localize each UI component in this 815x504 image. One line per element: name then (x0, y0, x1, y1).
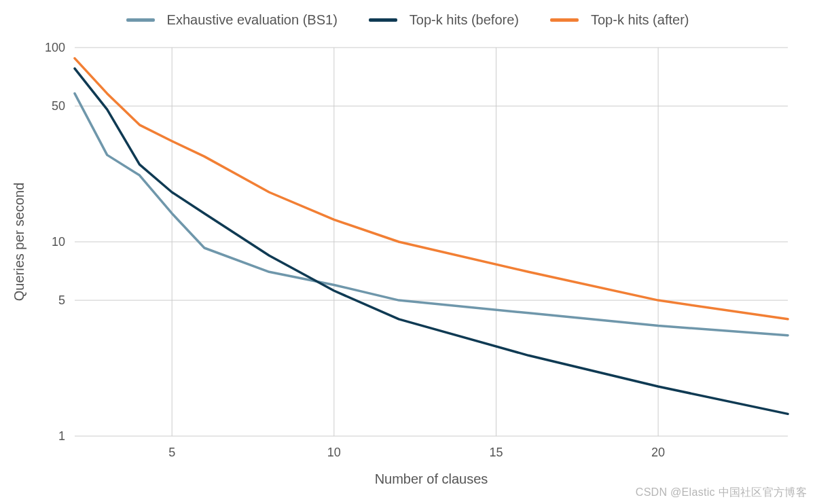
legend-swatch-after (550, 18, 579, 22)
legend-swatch-before (369, 18, 397, 22)
legend: Exhaustive evaluation (BS1) Top-k hits (… (0, 12, 815, 28)
svg-text:5: 5 (168, 446, 175, 459)
svg-text:10: 10 (52, 235, 65, 249)
legend-item-after: Top-k hits (after) (550, 12, 689, 28)
watermark: CSDN @Elastic 中国社区官方博客 (636, 486, 807, 500)
legend-label-after: Top-k hits (after) (591, 12, 689, 28)
y-axis: 151050100 (45, 41, 65, 443)
svg-text:5: 5 (58, 293, 65, 307)
svg-text:100: 100 (45, 41, 65, 54)
legend-item-bs1: Exhaustive evaluation (BS1) (126, 12, 338, 28)
chart-container: Exhaustive evaluation (BS1) Top-k hits (… (0, 0, 815, 504)
svg-text:50: 50 (52, 99, 65, 113)
legend-label-bs1: Exhaustive evaluation (BS1) (167, 12, 338, 28)
x-axis-title: Number of clauses (375, 471, 488, 486)
x-axis: 5101520 (168, 446, 665, 459)
legend-item-before: Top-k hits (before) (369, 12, 519, 28)
plot-area (75, 48, 788, 436)
legend-label-before: Top-k hits (before) (410, 12, 519, 28)
svg-text:15: 15 (489, 446, 503, 459)
svg-text:1: 1 (58, 429, 65, 443)
legend-swatch-bs1 (126, 18, 155, 22)
chart-svg: 5101520 151050100 Number of clauses Quer… (0, 0, 815, 504)
svg-text:10: 10 (327, 446, 341, 459)
svg-text:20: 20 (651, 446, 665, 459)
y-axis-title: Queries per second (12, 183, 26, 302)
